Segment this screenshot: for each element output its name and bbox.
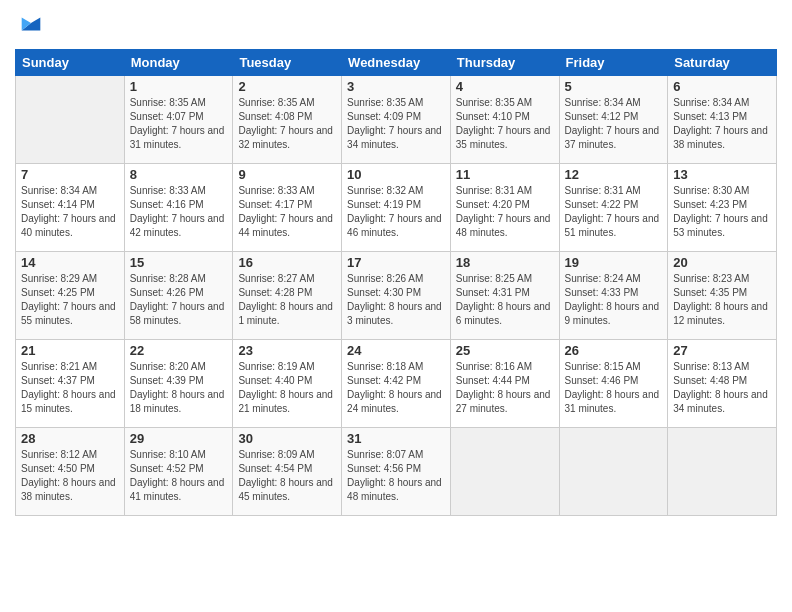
day-number: 21	[21, 343, 119, 358]
day-number: 5	[565, 79, 663, 94]
day-number: 31	[347, 431, 445, 446]
day-number: 2	[238, 79, 336, 94]
calendar-table: SundayMondayTuesdayWednesdayThursdayFrid…	[15, 49, 777, 516]
day-number: 26	[565, 343, 663, 358]
day-cell: 12Sunrise: 8:31 AMSunset: 4:22 PMDayligh…	[559, 163, 668, 251]
day-info: Sunrise: 8:35 AMSunset: 4:07 PMDaylight:…	[130, 96, 228, 152]
day-number: 17	[347, 255, 445, 270]
day-cell: 22Sunrise: 8:20 AMSunset: 4:39 PMDayligh…	[124, 339, 233, 427]
day-info: Sunrise: 8:29 AMSunset: 4:25 PMDaylight:…	[21, 272, 119, 328]
day-info: Sunrise: 8:31 AMSunset: 4:20 PMDaylight:…	[456, 184, 554, 240]
day-cell: 8Sunrise: 8:33 AMSunset: 4:16 PMDaylight…	[124, 163, 233, 251]
day-cell: 24Sunrise: 8:18 AMSunset: 4:42 PMDayligh…	[342, 339, 451, 427]
day-headers-row: SundayMondayTuesdayWednesdayThursdayFrid…	[16, 49, 777, 75]
day-cell: 29Sunrise: 8:10 AMSunset: 4:52 PMDayligh…	[124, 427, 233, 515]
day-info: Sunrise: 8:23 AMSunset: 4:35 PMDaylight:…	[673, 272, 771, 328]
day-header-thursday: Thursday	[450, 49, 559, 75]
day-cell: 18Sunrise: 8:25 AMSunset: 4:31 PMDayligh…	[450, 251, 559, 339]
day-info: Sunrise: 8:25 AMSunset: 4:31 PMDaylight:…	[456, 272, 554, 328]
day-cell: 6Sunrise: 8:34 AMSunset: 4:13 PMDaylight…	[668, 75, 777, 163]
day-cell: 9Sunrise: 8:33 AMSunset: 4:17 PMDaylight…	[233, 163, 342, 251]
day-cell	[450, 427, 559, 515]
day-header-tuesday: Tuesday	[233, 49, 342, 75]
day-info: Sunrise: 8:26 AMSunset: 4:30 PMDaylight:…	[347, 272, 445, 328]
day-number: 25	[456, 343, 554, 358]
day-info: Sunrise: 8:34 AMSunset: 4:14 PMDaylight:…	[21, 184, 119, 240]
day-info: Sunrise: 8:21 AMSunset: 4:37 PMDaylight:…	[21, 360, 119, 416]
day-info: Sunrise: 8:32 AMSunset: 4:19 PMDaylight:…	[347, 184, 445, 240]
day-info: Sunrise: 8:35 AMSunset: 4:09 PMDaylight:…	[347, 96, 445, 152]
day-cell: 31Sunrise: 8:07 AMSunset: 4:56 PMDayligh…	[342, 427, 451, 515]
day-header-saturday: Saturday	[668, 49, 777, 75]
day-cell: 10Sunrise: 8:32 AMSunset: 4:19 PMDayligh…	[342, 163, 451, 251]
day-info: Sunrise: 8:35 AMSunset: 4:08 PMDaylight:…	[238, 96, 336, 152]
day-info: Sunrise: 8:20 AMSunset: 4:39 PMDaylight:…	[130, 360, 228, 416]
header	[15, 10, 777, 43]
day-number: 22	[130, 343, 228, 358]
day-cell: 7Sunrise: 8:34 AMSunset: 4:14 PMDaylight…	[16, 163, 125, 251]
day-cell: 13Sunrise: 8:30 AMSunset: 4:23 PMDayligh…	[668, 163, 777, 251]
day-info: Sunrise: 8:30 AMSunset: 4:23 PMDaylight:…	[673, 184, 771, 240]
day-cell: 14Sunrise: 8:29 AMSunset: 4:25 PMDayligh…	[16, 251, 125, 339]
day-number: 6	[673, 79, 771, 94]
day-number: 24	[347, 343, 445, 358]
day-info: Sunrise: 8:07 AMSunset: 4:56 PMDaylight:…	[347, 448, 445, 504]
day-header-monday: Monday	[124, 49, 233, 75]
day-cell: 21Sunrise: 8:21 AMSunset: 4:37 PMDayligh…	[16, 339, 125, 427]
day-number: 27	[673, 343, 771, 358]
day-cell: 15Sunrise: 8:28 AMSunset: 4:26 PMDayligh…	[124, 251, 233, 339]
week-row-4: 21Sunrise: 8:21 AMSunset: 4:37 PMDayligh…	[16, 339, 777, 427]
day-number: 7	[21, 167, 119, 182]
day-info: Sunrise: 8:19 AMSunset: 4:40 PMDaylight:…	[238, 360, 336, 416]
day-number: 14	[21, 255, 119, 270]
day-number: 3	[347, 79, 445, 94]
day-cell: 3Sunrise: 8:35 AMSunset: 4:09 PMDaylight…	[342, 75, 451, 163]
day-header-wednesday: Wednesday	[342, 49, 451, 75]
day-cell: 20Sunrise: 8:23 AMSunset: 4:35 PMDayligh…	[668, 251, 777, 339]
day-cell: 30Sunrise: 8:09 AMSunset: 4:54 PMDayligh…	[233, 427, 342, 515]
day-cell: 5Sunrise: 8:34 AMSunset: 4:12 PMDaylight…	[559, 75, 668, 163]
day-info: Sunrise: 8:12 AMSunset: 4:50 PMDaylight:…	[21, 448, 119, 504]
day-info: Sunrise: 8:27 AMSunset: 4:28 PMDaylight:…	[238, 272, 336, 328]
day-info: Sunrise: 8:34 AMSunset: 4:13 PMDaylight:…	[673, 96, 771, 152]
day-info: Sunrise: 8:16 AMSunset: 4:44 PMDaylight:…	[456, 360, 554, 416]
day-cell: 26Sunrise: 8:15 AMSunset: 4:46 PMDayligh…	[559, 339, 668, 427]
day-cell: 19Sunrise: 8:24 AMSunset: 4:33 PMDayligh…	[559, 251, 668, 339]
calendar-page: SundayMondayTuesdayWednesdayThursdayFrid…	[0, 0, 792, 612]
week-row-3: 14Sunrise: 8:29 AMSunset: 4:25 PMDayligh…	[16, 251, 777, 339]
logo	[15, 10, 45, 43]
day-number: 1	[130, 79, 228, 94]
day-number: 15	[130, 255, 228, 270]
day-cell	[668, 427, 777, 515]
logo-icon	[17, 10, 45, 38]
day-number: 29	[130, 431, 228, 446]
day-number: 30	[238, 431, 336, 446]
day-number: 20	[673, 255, 771, 270]
week-row-2: 7Sunrise: 8:34 AMSunset: 4:14 PMDaylight…	[16, 163, 777, 251]
day-info: Sunrise: 8:18 AMSunset: 4:42 PMDaylight:…	[347, 360, 445, 416]
day-number: 9	[238, 167, 336, 182]
day-cell: 17Sunrise: 8:26 AMSunset: 4:30 PMDayligh…	[342, 251, 451, 339]
day-header-friday: Friday	[559, 49, 668, 75]
day-info: Sunrise: 8:09 AMSunset: 4:54 PMDaylight:…	[238, 448, 336, 504]
day-info: Sunrise: 8:13 AMSunset: 4:48 PMDaylight:…	[673, 360, 771, 416]
day-info: Sunrise: 8:35 AMSunset: 4:10 PMDaylight:…	[456, 96, 554, 152]
day-info: Sunrise: 8:10 AMSunset: 4:52 PMDaylight:…	[130, 448, 228, 504]
day-cell: 25Sunrise: 8:16 AMSunset: 4:44 PMDayligh…	[450, 339, 559, 427]
day-number: 13	[673, 167, 771, 182]
day-number: 8	[130, 167, 228, 182]
week-row-5: 28Sunrise: 8:12 AMSunset: 4:50 PMDayligh…	[16, 427, 777, 515]
day-number: 11	[456, 167, 554, 182]
day-cell: 16Sunrise: 8:27 AMSunset: 4:28 PMDayligh…	[233, 251, 342, 339]
day-info: Sunrise: 8:33 AMSunset: 4:16 PMDaylight:…	[130, 184, 228, 240]
day-info: Sunrise: 8:34 AMSunset: 4:12 PMDaylight:…	[565, 96, 663, 152]
day-header-sunday: Sunday	[16, 49, 125, 75]
day-info: Sunrise: 8:28 AMSunset: 4:26 PMDaylight:…	[130, 272, 228, 328]
day-info: Sunrise: 8:33 AMSunset: 4:17 PMDaylight:…	[238, 184, 336, 240]
day-number: 18	[456, 255, 554, 270]
day-cell: 11Sunrise: 8:31 AMSunset: 4:20 PMDayligh…	[450, 163, 559, 251]
day-cell: 2Sunrise: 8:35 AMSunset: 4:08 PMDaylight…	[233, 75, 342, 163]
day-cell: 1Sunrise: 8:35 AMSunset: 4:07 PMDaylight…	[124, 75, 233, 163]
day-info: Sunrise: 8:31 AMSunset: 4:22 PMDaylight:…	[565, 184, 663, 240]
day-cell: 27Sunrise: 8:13 AMSunset: 4:48 PMDayligh…	[668, 339, 777, 427]
